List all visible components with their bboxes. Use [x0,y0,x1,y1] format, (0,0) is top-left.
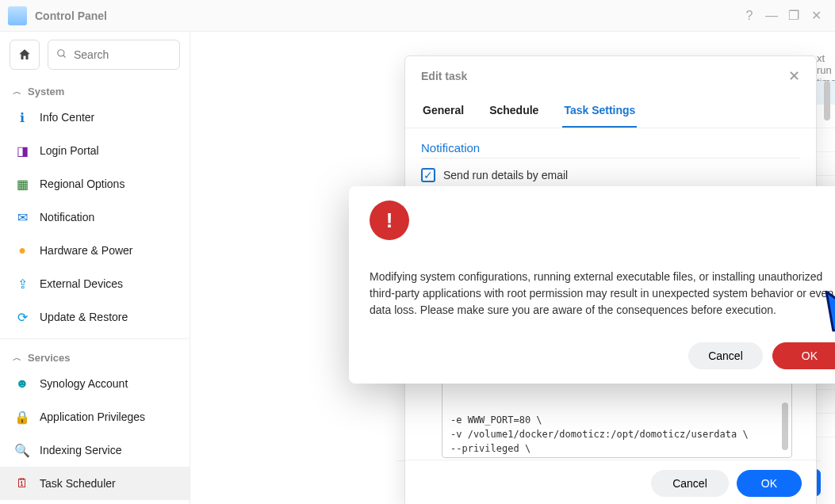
sidebar-item-hardware-power[interactable]: ●Hardware & Power [0,234,190,267]
application-privileges-icon: 🔒 [14,409,30,425]
sidebar-item-label: Regional Options [40,178,124,190]
help-button[interactable]: ? [738,5,760,27]
search-icon [56,48,67,62]
script-line: --restart always \ [450,456,783,458]
window-titlebar: Control Panel ? — ❐ ✕ [0,0,835,32]
modal-ok-button[interactable]: OK [737,470,802,497]
sidebar-group-label: Services [28,352,71,364]
table-row[interactable]: root [817,152,835,176]
modal-cancel-button[interactable]: Cancel [651,470,729,497]
login-portal-icon: ◨ [14,143,30,158]
script-line: --privileged \ [450,441,783,456]
sidebar-item-label: Indexing Service [40,444,122,456]
chevron-up-icon: ︿ [13,352,21,364]
home-button[interactable] [10,40,40,70]
svg-point-0 [58,49,64,55]
update-restore-icon: ⟳ [14,309,30,325]
window-minimize-button[interactable]: — [760,5,783,27]
info-center-icon: ℹ [14,109,30,125]
external-devices-icon: ⇪ [14,276,30,292]
notification-icon: ✉ [14,209,30,225]
table-row[interactable]: root [817,414,835,437]
tab-task-settings[interactable]: Task Settings [562,96,637,128]
send-email-checkbox-row[interactable]: ✓ Send run details by email [421,168,800,182]
search-input[interactable] [48,40,180,70]
checkbox-checked-icon[interactable]: ✓ [421,168,435,182]
sidebar: ︿ System ℹInfo Center◨Login Portal▦Regio… [0,32,190,504]
sidebar-item-synology-account[interactable]: ☻Synology Account [0,367,190,400]
sidebar-item-notification[interactable]: ✉Notification [0,200,190,234]
hardware-power-icon: ● [14,242,30,258]
table-row[interactable]: root [817,128,835,152]
sidebar-item-regional-options[interactable]: ▦Regional Options [0,167,190,200]
indexing-service-icon: 🔍 [14,442,30,458]
sidebar-item-task-scheduler[interactable]: 🗓Task Scheduler [0,467,190,500]
table-row[interactable]: root [817,390,835,414]
sidebar-item-external-devices[interactable]: ⇪External Devices [0,267,190,300]
sidebar-group-label: System [28,86,64,97]
svg-line-1 [63,55,66,57]
modal-title: Edit task [421,70,788,82]
modal-close-button[interactable]: ✕ [788,67,800,85]
sidebar-item-label: Synology Account [40,377,128,390]
sidebar-item-label: Notification [40,211,94,223]
chevron-up-icon: ︿ [13,86,21,97]
warning-dialog: ! Modifying system configurations, runni… [349,186,835,384]
sidebar-item-indexing-service[interactable]: 🔍Indexing Service [0,433,190,467]
script-line: -v /volume1/docker/domoticz:/opt/domotic… [450,427,783,441]
notification-section-title: Notification [421,141,800,155]
synology-account-icon: ☻ [14,376,30,391]
sidebar-item-application-privileges[interactable]: 🔒Application Privileges [0,400,190,433]
scrollbar-thumb[interactable] [782,403,788,450]
scrollbar-thumb[interactable] [824,81,830,120]
sidebar-item-label: Application Privileges [40,410,145,423]
app-icon [8,6,27,25]
sidebar-item-info-center[interactable]: ℹInfo Center [0,101,190,134]
sidebar-item-label: Info Center [40,111,94,124]
script-line: -e WWW_PORT=80 \ [450,413,783,427]
search-field[interactable] [74,48,171,61]
window-title: Control Panel [35,10,107,22]
warning-message: Modifying system configurations, running… [370,269,835,319]
sidebar-item-update-restore[interactable]: ⟳Update & Restore [0,300,190,334]
task-scheduler-icon: 🗓 [14,475,30,491]
window-close-button[interactable]: ✕ [805,5,827,27]
warning-icon: ! [370,200,409,240]
window-maximize-button[interactable]: ❐ [783,5,805,27]
sidebar-item-login-portal[interactable]: ◨Login Portal [0,134,190,167]
callout-arrow-icon [822,265,835,340]
tab-schedule[interactable]: Schedule [488,96,540,128]
tab-general[interactable]: General [421,96,465,128]
content-area: xt run time Owner rootrootrootrootrootro… [190,32,835,504]
sidebar-item-label: Login Portal [40,144,99,157]
send-email-label: Send run details by email [443,169,568,181]
sidebar-group-system[interactable]: ︿ System [0,78,190,101]
sidebar-item-label: External Devices [40,277,123,290]
sidebar-group-services[interactable]: ︿ Services [0,344,190,367]
sidebar-item-label: Update & Restore [40,311,128,323]
warning-cancel-button[interactable]: Cancel [688,342,763,369]
divider [0,338,190,339]
sidebar-item-label: Hardware & Power [40,244,133,257]
regional-options-icon: ▦ [14,176,30,192]
warning-ok-button[interactable]: OK [772,342,835,369]
sidebar-item-label: Task Scheduler [40,477,116,490]
